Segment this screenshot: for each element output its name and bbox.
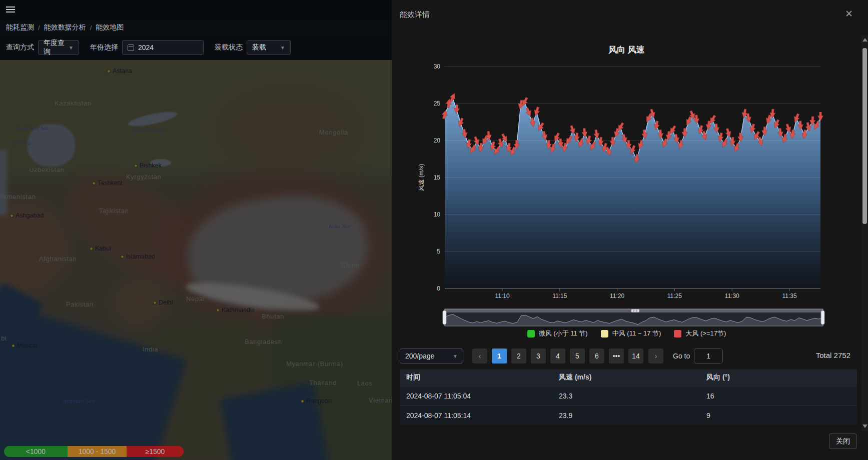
menu-hamburger-icon[interactable]	[6, 6, 15, 14]
page-button-1[interactable]: 1	[492, 348, 507, 364]
table-body: 2024-08-07 11:05:0423.3162024-08-07 11:0…	[400, 386, 857, 425]
total-count: Total 2752	[816, 351, 850, 360]
chevron-down-icon: ▼	[280, 45, 285, 50]
scrollbar-thumb[interactable]	[862, 48, 867, 224]
svg-text:5: 5	[437, 248, 440, 255]
page-size-value: 200/page	[405, 352, 434, 360]
year-value: 2024	[138, 44, 154, 52]
table-row[interactable]: 2024-08-07 11:05:1423.99	[400, 406, 857, 425]
calendar-icon	[128, 44, 134, 51]
map-legend-segment: <1000	[4, 446, 68, 457]
goto-label: Go to	[673, 352, 690, 360]
legend-swatch-icon	[674, 330, 681, 338]
table-cell: 23.9	[553, 406, 700, 425]
svg-text:25: 25	[434, 100, 441, 107]
breadcrumb-item-1[interactable]: 能耗监测	[6, 23, 34, 32]
table-cell: 16	[700, 386, 857, 406]
vertical-scrollbar[interactable]	[861, 35, 868, 431]
legend-label: 微风 (小于 11 节)	[539, 329, 588, 338]
wind-data-table: 时间风速 (m/s)风向 (°) 2024-08-07 11:05:0423.3…	[400, 370, 857, 425]
table-cell: 23.3	[553, 386, 700, 406]
breadcrumb: 能耗监测 / 能效数据分析 / 能效地图	[0, 20, 392, 35]
load-state-value: 装载	[252, 43, 266, 52]
wind-strength-legend: 微风 (小于 11 节)中风 (11 ~ 17 节)大风 (>=17节)	[392, 329, 861, 338]
map-legend-segment: 1000 - 1500	[68, 446, 127, 457]
next-page-button[interactable]: ›	[648, 348, 663, 364]
pagination: 200/page ▼ ‹ 123456•••14 › Go to	[400, 348, 723, 364]
table-cell: 2024-08-07 11:05:04	[400, 386, 553, 406]
legend-label: 大风 (>=17节)	[685, 329, 726, 338]
chevron-down-icon: ▼	[69, 45, 74, 50]
page-button-3[interactable]: 3	[531, 348, 546, 364]
svg-text:11:30: 11:30	[725, 292, 739, 300]
breadcrumb-item-3[interactable]: 能效地图	[96, 23, 124, 32]
load-state-label: 装载状态	[215, 43, 243, 52]
year-select-label: 年份选择	[90, 43, 118, 52]
legend-item[interactable]: 中风 (11 ~ 17 节)	[601, 329, 661, 338]
svg-text:11:15: 11:15	[552, 292, 567, 300]
svg-text:11:25: 11:25	[667, 292, 682, 300]
goto-page-input[interactable]	[694, 348, 723, 364]
app-window: KazakhstanMongoliaUzbekistanKyrgyzstanTu…	[0, 0, 868, 460]
legend-item[interactable]: 微风 (小于 11 节)	[527, 329, 588, 338]
breadcrumb-item-2[interactable]: 能效数据分析	[44, 23, 86, 32]
svg-text:11:35: 11:35	[782, 292, 796, 300]
page-size-select[interactable]: 200/page ▼	[400, 348, 463, 364]
svg-text:20: 20	[434, 137, 441, 144]
legend-item[interactable]: 大风 (>=17节)	[674, 329, 726, 338]
table-header-cell: 风向 (°)	[700, 370, 857, 386]
page-button-4[interactable]: 4	[550, 348, 565, 364]
svg-text:11:20: 11:20	[610, 292, 624, 300]
map-color-legend: <10001000 - 1500≥1500	[4, 446, 184, 457]
breadcrumb-separator: /	[90, 24, 92, 32]
svg-text:30: 30	[434, 63, 441, 70]
svg-text:15: 15	[434, 174, 441, 181]
close-button[interactable]: 关闭	[829, 434, 857, 449]
table-cell: 2024-08-07 11:05:14	[400, 406, 553, 425]
page-button-2[interactable]: 2	[511, 348, 526, 364]
scroll-up-icon[interactable]	[862, 38, 867, 42]
table-cell: 9	[700, 406, 857, 425]
table-header-cell: 风速 (m/s)	[553, 370, 700, 386]
more-pages-button[interactable]: •••	[609, 348, 624, 364]
svg-text:0: 0	[437, 285, 440, 292]
legend-label: 中风 (11 ~ 17 节)	[612, 329, 661, 338]
year-date-input[interactable]: 2024	[122, 40, 204, 55]
query-mode-value: 年度查询	[44, 38, 65, 56]
svg-text:10: 10	[434, 211, 441, 218]
table-header-cell: 时间	[400, 370, 553, 386]
legend-swatch-icon	[527, 330, 535, 338]
page-buttons: 123456•••14	[487, 348, 643, 364]
load-state-select[interactable]: 装载 ▼	[247, 40, 291, 55]
page-button-6[interactable]: 6	[589, 348, 604, 364]
filter-bar: 查询方式 年度查询 ▼ 年份选择 2024 装载状态 装载 ▼	[0, 35, 392, 60]
table-row[interactable]: 2024-08-07 11:05:0423.316	[400, 386, 857, 406]
detail-drawer: 能效详情 ✕ 05101520253011:1011:1511:2011:251…	[392, 0, 868, 460]
scroll-down-icon[interactable]	[862, 424, 867, 428]
table-header-row: 时间风速 (m/s)风向 (°)	[400, 370, 857, 386]
prev-page-button[interactable]: ‹	[472, 348, 487, 364]
legend-swatch-icon	[601, 330, 608, 338]
svg-text:11:10: 11:10	[495, 292, 509, 300]
query-mode-select[interactable]: 年度查询 ▼	[38, 40, 79, 55]
map-legend-segment: ≥1500	[127, 446, 184, 457]
chart-title: 风向 风速	[392, 44, 861, 56]
query-mode-label: 查询方式	[6, 43, 34, 52]
svg-text:风速 (m/s): 风速 (m/s)	[418, 164, 425, 192]
breadcrumb-separator: /	[38, 24, 40, 32]
chevron-down-icon: ▼	[453, 354, 458, 359]
page-button-14[interactable]: 14	[628, 348, 643, 364]
page-button-5[interactable]: 5	[570, 348, 585, 364]
